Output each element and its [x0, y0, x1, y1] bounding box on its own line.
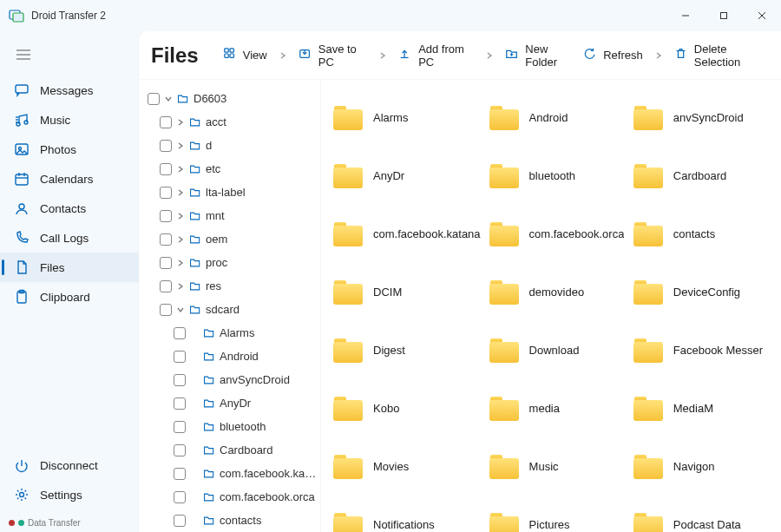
sidebar-item-disconnect[interactable]: Disconnect [0, 450, 139, 480]
window-close-button[interactable] [743, 0, 781, 31]
folder-item[interactable]: demovideo [489, 263, 633, 321]
tree-checkbox[interactable] [160, 116, 172, 128]
tree-checkbox[interactable] [174, 374, 186, 386]
folder-item[interactable]: AnyDr [333, 147, 489, 205]
toolbar-view-button[interactable]: View [220, 43, 271, 67]
window-minimize-button[interactable] [666, 0, 705, 31]
tree-item[interactable]: D6603 [142, 87, 317, 110]
tree-checkbox[interactable] [148, 93, 160, 105]
tree-item[interactable]: Alarms [142, 321, 317, 345]
folder-item[interactable]: Cardboard [633, 147, 778, 205]
tree-checkbox[interactable] [174, 351, 186, 363]
tree-checkbox[interactable] [174, 468, 186, 480]
folder-item[interactable]: Download [489, 321, 633, 379]
tree-item[interactable]: com.facebook.katana [142, 462, 317, 485]
sidebar-item-messages[interactable]: Messages [0, 76, 139, 105]
tree-expand-toggle[interactable] [176, 119, 185, 126]
tree-item[interactable]: d [142, 134, 317, 157]
window-maximize-button[interactable] [705, 0, 743, 31]
tree-checkbox[interactable] [174, 421, 186, 433]
tree-expand-toggle[interactable] [176, 142, 185, 149]
folder-item[interactable]: Podcast Data [633, 496, 778, 532]
tree-expand-toggle[interactable] [176, 283, 185, 290]
tree-item[interactable]: anvSyncDroid [142, 368, 317, 391]
folder-item[interactable]: DeviceConfig [633, 263, 778, 321]
folder-item[interactable]: Alarms [333, 89, 489, 147]
tree-item[interactable]: bluetooth [142, 415, 317, 438]
folder-tree[interactable]: D6603acctdetclta-labelmntoemprocressdcar… [139, 80, 321, 532]
folder-item[interactable]: Facebook Messer [633, 321, 778, 379]
sidebar-item-files[interactable]: Files [0, 253, 139, 282]
tree-checkbox[interactable] [160, 210, 172, 222]
sidebar-item-photos[interactable]: Photos [0, 135, 139, 164]
sidebar-item-contacts[interactable]: Contacts [0, 194, 139, 223]
tree-item[interactable]: mnt [142, 204, 317, 227]
folder-item[interactable]: contacts [633, 205, 778, 263]
sidebar-item-calendars[interactable]: Calendars [0, 164, 139, 194]
folder-item[interactable]: media [489, 379, 633, 437]
chevron-right-icon[interactable] [376, 48, 390, 63]
tree-expand-toggle[interactable] [176, 236, 185, 243]
tree-expand-toggle[interactable] [176, 306, 185, 313]
folder-grid-wrap[interactable]: AlarmsAndroidanvSyncDroidAnyDrbluetoothC… [321, 80, 781, 532]
tree-checkbox[interactable] [174, 327, 186, 339]
toolbar-save-to-pc-button[interactable]: Save to PC [295, 39, 371, 72]
tree-expand-toggle[interactable] [176, 259, 185, 266]
folder-item[interactable]: Navigon [633, 437, 778, 496]
toolbar-delete-selection-button[interactable]: Delete Selection [671, 39, 769, 72]
folder-item[interactable]: com.facebook.katana [333, 205, 489, 263]
folder-item[interactable]: Android [489, 89, 633, 147]
tree-checkbox[interactable] [160, 280, 172, 292]
tree-checkbox[interactable] [174, 444, 186, 456]
hamburger-button[interactable] [0, 42, 139, 76]
tree-checkbox[interactable] [174, 397, 186, 410]
tree-item-label: Alarms [220, 326, 254, 339]
tree-expand-toggle[interactable] [176, 166, 185, 173]
tree-expand-toggle[interactable] [164, 95, 173, 102]
folder-item[interactable]: anvSyncDroid [633, 89, 778, 147]
folder-item[interactable]: Music [489, 437, 633, 496]
tree-checkbox[interactable] [160, 304, 172, 316]
tree-checkbox[interactable] [160, 233, 172, 246]
tree-item[interactable]: Android [142, 345, 317, 368]
folder-item[interactable]: Kobo [333, 379, 489, 437]
tree-item[interactable]: AnyDr [142, 391, 317, 415]
tree-item[interactable]: com.facebook.orca [142, 485, 317, 509]
sidebar-item-clipboard[interactable]: Clipboard [0, 282, 139, 312]
sidebar-item-call-logs[interactable]: Call Logs [0, 223, 139, 253]
tree-checkbox[interactable] [160, 187, 172, 199]
tree-item[interactable]: lta-label [142, 181, 317, 204]
tree-checkbox[interactable] [160, 257, 172, 269]
tree-item[interactable]: Cardboard [142, 438, 317, 462]
tree-item[interactable]: res [142, 274, 317, 298]
tree-checkbox[interactable] [160, 140, 172, 152]
tree-checkbox[interactable] [174, 515, 186, 527]
tree-item[interactable]: proc [142, 251, 317, 274]
tree-checkbox[interactable] [174, 491, 186, 503]
sidebar-item-music[interactable]: Music [0, 105, 139, 135]
folder-item[interactable]: DCIM [333, 263, 489, 321]
toolbar-new-folder-button[interactable]: New Folder [502, 39, 578, 72]
tree-expand-toggle[interactable] [176, 213, 185, 220]
tree-item[interactable]: etc [142, 157, 317, 181]
toolbar-refresh-button[interactable]: Refresh [580, 43, 646, 67]
phone-icon [14, 230, 30, 246]
folder-item[interactable]: Movies [333, 437, 489, 496]
folder-item[interactable]: bluetooth [489, 147, 633, 205]
folder-item[interactable]: MediaM [633, 379, 778, 437]
folder-item[interactable]: Notifications [333, 496, 489, 532]
sidebar-item-settings[interactable]: Settings [0, 480, 139, 509]
tree-item[interactable]: oem [142, 227, 317, 251]
tree-expand-toggle[interactable] [176, 189, 185, 196]
folder-item[interactable]: com.facebook.orca [489, 205, 633, 263]
folder-item[interactable]: Digest [333, 321, 489, 379]
folder-item[interactable]: Pictures [489, 496, 633, 532]
tree-checkbox[interactable] [160, 163, 172, 175]
tree-item[interactable]: contacts [142, 509, 317, 532]
toolbar-add-from-pc-button[interactable]: Add from PC [395, 39, 477, 72]
chevron-right-icon[interactable] [652, 48, 666, 63]
tree-item[interactable]: sdcard [142, 298, 317, 321]
chevron-right-icon[interactable] [482, 48, 496, 63]
chevron-right-icon[interactable] [276, 48, 290, 63]
tree-item[interactable]: acct [142, 110, 317, 134]
